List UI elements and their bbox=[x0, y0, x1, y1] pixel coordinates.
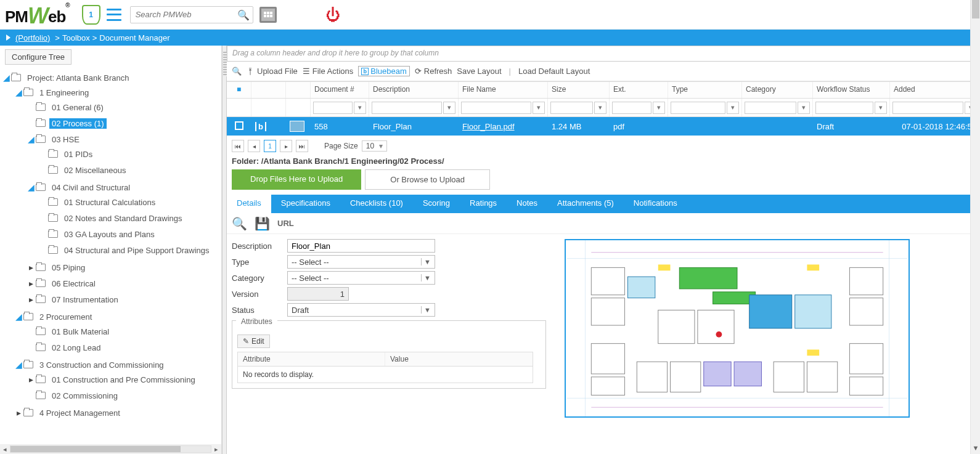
tree-node-construction[interactable]: ◢3 Construction and Commissioning bbox=[2, 358, 219, 371]
page-last-button[interactable]: ⏭ bbox=[296, 140, 308, 152]
filter-size-input[interactable] bbox=[550, 102, 593, 114]
thumbnail-icon[interactable] bbox=[290, 121, 304, 132]
tree-node-longlead[interactable]: 02 Long Lead bbox=[2, 341, 219, 354]
edit-attributes-button[interactable]: ✎Edit bbox=[237, 334, 270, 348]
page-vertical-scrollbar[interactable]: ▲▼ bbox=[970, 0, 980, 454]
tree-node-ga-layouts[interactable]: 03 GA Layouts and Plans bbox=[2, 227, 219, 241]
search-icon[interactable]: 🔍 bbox=[237, 9, 250, 21]
browse-upload-button[interactable]: Or Browse to Upload bbox=[365, 169, 490, 190]
search-input[interactable] bbox=[130, 6, 253, 23]
search-button[interactable]: 🔍 bbox=[232, 67, 242, 76]
filter-document-input[interactable] bbox=[313, 102, 353, 114]
search-icon[interactable]: 🔍 bbox=[232, 216, 247, 231]
description-input[interactable] bbox=[287, 239, 435, 253]
col-category[interactable]: Category bbox=[742, 82, 813, 98]
grid-data-row[interactable]: b 558 Floor_Plan Floor_Plan.pdf 1.24 MB … bbox=[227, 117, 980, 136]
col-size[interactable]: Size bbox=[548, 82, 610, 98]
upload-file-button[interactable]: ⭱Upload File bbox=[247, 67, 298, 76]
col-workflow[interactable]: Workflow Status bbox=[813, 82, 890, 98]
load-layout-button[interactable]: Load Default Layout bbox=[518, 67, 590, 76]
tree-node-commissioning[interactable]: 02 Commissioning bbox=[2, 389, 219, 402]
menu-icon[interactable] bbox=[107, 9, 121, 21]
cell-filename-link[interactable]: Floor_Plan.pdf bbox=[462, 122, 515, 131]
filter-icon[interactable]: ▾ bbox=[594, 102, 606, 114]
filter-icon[interactable]: ▾ bbox=[354, 102, 366, 114]
tree-node-project[interactable]: ◢Project: Atlanta Bank Branch bbox=[2, 71, 219, 84]
tree-node-electrical[interactable]: ▸06 Electrical bbox=[2, 277, 219, 290]
filter-icon[interactable]: ▾ bbox=[653, 102, 665, 114]
bluebeam-button[interactable]: bBluebeam bbox=[358, 66, 410, 76]
col-filename[interactable]: File Name bbox=[459, 82, 548, 98]
tree-node-process[interactable]: 02 Process (1) bbox=[2, 116, 219, 130]
tab-notes[interactable]: Notes bbox=[507, 195, 547, 213]
tree-node-pipe-support[interactable]: 04 Structural and Pipe Support Drawings bbox=[2, 243, 219, 257]
tree-node-hse[interactable]: ◢03 HSE bbox=[2, 132, 219, 146]
tree-node-procurement[interactable]: ◢2 Procurement bbox=[2, 310, 219, 323]
col-ext[interactable]: Ext. bbox=[610, 82, 668, 98]
tree-node-general[interactable]: 01 General (6) bbox=[2, 100, 219, 114]
tree-node-piping[interactable]: ▸05 Piping bbox=[2, 261, 219, 274]
tab-specifications[interactable]: Specifications bbox=[271, 195, 340, 213]
tab-details[interactable]: Details bbox=[227, 195, 271, 213]
page-next-button[interactable]: ▸ bbox=[280, 140, 292, 152]
tree-horizontal-scrollbar[interactable]: ◂▸ bbox=[0, 444, 221, 454]
tree-node-instrumentation[interactable]: ▸07 Instrumentation bbox=[2, 293, 219, 306]
filter-type-input[interactable] bbox=[671, 102, 725, 114]
tab-attachments[interactable]: Attachments (5) bbox=[547, 195, 624, 213]
filter-icon[interactable]: ▾ bbox=[533, 102, 545, 114]
save-icon[interactable]: 💾 bbox=[255, 216, 270, 231]
page-first-button[interactable]: ⏮ bbox=[232, 140, 244, 152]
tree-node-civil[interactable]: ◢04 Civil and Structural bbox=[2, 180, 219, 194]
tree-node-pm[interactable]: ▸4 Project Management bbox=[2, 406, 219, 420]
configure-tree-button[interactable]: Configure Tree bbox=[5, 49, 71, 65]
col-document[interactable]: Document # bbox=[311, 82, 369, 98]
col-type[interactable]: Type bbox=[668, 82, 742, 98]
breadcrumb-portfolio[interactable]: (Portfolio) bbox=[15, 33, 50, 43]
col-added[interactable]: Added bbox=[890, 82, 980, 98]
col-description[interactable]: Description bbox=[369, 82, 459, 98]
attr-col-attribute[interactable]: Attribute bbox=[238, 352, 385, 366]
category-select[interactable]: -- Select --▼ bbox=[287, 271, 435, 285]
calendar-icon[interactable] bbox=[259, 7, 277, 23]
tree-node-structural-calc[interactable]: 01 Structural Calculations bbox=[2, 195, 219, 209]
page-size-select[interactable]: 10▾ bbox=[362, 140, 387, 152]
tree-node-pids[interactable]: 01 PIDs bbox=[2, 147, 219, 161]
power-icon[interactable]: ⏻ bbox=[326, 6, 341, 23]
tree-node-misc[interactable]: 02 Miscellaneous bbox=[2, 163, 219, 177]
file-actions-button[interactable]: ☰File Actions bbox=[303, 67, 353, 76]
tree-node-precomm[interactable]: ▸01 Construction and Pre Commissioning bbox=[2, 373, 219, 386]
attr-col-value[interactable]: Value bbox=[385, 352, 533, 366]
panel-splitter[interactable] bbox=[222, 46, 227, 454]
filter-icon[interactable]: ▾ bbox=[875, 102, 887, 114]
breadcrumb-toolbox[interactable]: Toolbox bbox=[62, 33, 90, 43]
filter-category-input[interactable] bbox=[745, 102, 796, 114]
bluebeam-row-icon[interactable]: b bbox=[255, 122, 266, 131]
filter-ext-input[interactable] bbox=[612, 102, 651, 114]
select-all-checkbox[interactable]: ■ bbox=[227, 82, 251, 98]
filter-icon[interactable]: ▾ bbox=[727, 102, 739, 114]
filter-icon[interactable]: ▾ bbox=[443, 102, 455, 114]
tab-ratings[interactable]: Ratings bbox=[460, 195, 507, 213]
shield-badge[interactable]: 1 bbox=[82, 5, 100, 25]
status-select[interactable]: Draft▼ bbox=[287, 303, 435, 317]
tab-notifications[interactable]: Notifications bbox=[624, 195, 687, 213]
tree-node-notes-drawings[interactable]: 02 Notes and Standard Drawings bbox=[2, 211, 219, 225]
page-current[interactable]: 1 bbox=[264, 140, 276, 152]
tree-node-engineering[interactable]: ◢1 Engineering bbox=[2, 86, 219, 99]
page-prev-button[interactable]: ◂ bbox=[248, 140, 260, 152]
type-select[interactable]: -- Select --▼ bbox=[287, 255, 435, 269]
column-group-hint[interactable]: Drag a column header and drop it here to… bbox=[227, 46, 980, 62]
document-preview[interactable] bbox=[565, 239, 910, 418]
filter-description-input[interactable] bbox=[372, 102, 442, 114]
tree-node-bulk[interactable]: 01 Bulk Material bbox=[2, 325, 219, 338]
tab-scoring[interactable]: Scoring bbox=[413, 195, 460, 213]
drop-files-button[interactable]: Drop Files Here to Upload bbox=[232, 169, 361, 190]
row-checkbox[interactable] bbox=[235, 121, 243, 130]
filter-filename-input[interactable] bbox=[461, 102, 531, 114]
filter-icon[interactable]: ▾ bbox=[798, 102, 810, 114]
refresh-button[interactable]: ⟳Refresh bbox=[415, 67, 452, 76]
tab-checklists[interactable]: Checklists (10) bbox=[340, 195, 413, 213]
filter-workflow-input[interactable] bbox=[815, 102, 873, 114]
save-layout-button[interactable]: Save Layout bbox=[457, 67, 501, 76]
filter-added-input[interactable] bbox=[892, 102, 963, 114]
